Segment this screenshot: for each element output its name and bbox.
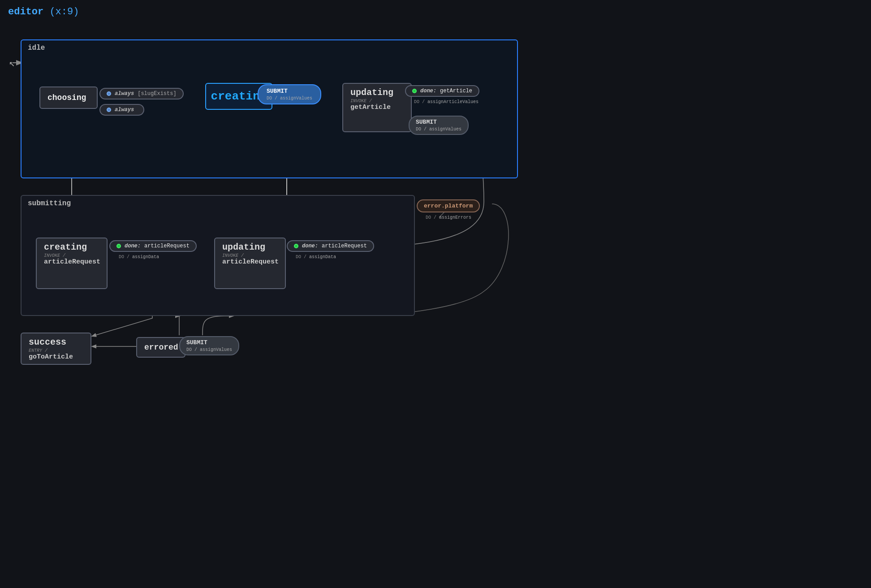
submit-updating-pill[interactable]: SUBMIT DO / assignValues xyxy=(409,116,469,135)
submit-bottom-label: SUBMIT xyxy=(186,339,232,346)
creating-bottom-name: articleRequest xyxy=(44,258,99,266)
creating-bottom-title: creating xyxy=(44,242,87,252)
creating-bottom-node[interactable]: creating INVOKE / articleRequest xyxy=(36,238,108,289)
done-article-creating-node[interactable]: done: articleRequest xyxy=(109,240,197,252)
error-platform-label: error.platform xyxy=(424,203,473,209)
success-title: success xyxy=(29,337,66,347)
submit-updating-sub: DO / assignValues xyxy=(416,127,461,132)
submit-updating-label: SUBMIT xyxy=(416,119,461,125)
updating-top-name: getArticle xyxy=(350,104,404,111)
idle-label: idle xyxy=(28,44,45,52)
done-article-updating-event: articleRequest xyxy=(322,243,367,249)
error-platform-node[interactable]: error.platform xyxy=(417,199,480,212)
app-title: editor xyxy=(8,6,43,17)
done-getarticle-sub: DO / assignArticleValues xyxy=(414,99,479,104)
submit-top-label: SUBMIT xyxy=(267,88,312,95)
success-node[interactable]: success ENTRY / goToArticle xyxy=(21,333,91,365)
done-getarticle-dot xyxy=(412,89,417,93)
updating-bottom-name: articleRequest xyxy=(222,258,278,266)
done-article-updating-node[interactable]: done: articleRequest xyxy=(287,240,374,252)
done-article-updating-dot xyxy=(294,244,298,248)
always1-dot xyxy=(107,91,111,96)
submit-bottom-sub: DO / assignValues xyxy=(186,347,232,352)
done-article-creating-event: articleRequest xyxy=(144,243,190,249)
always1-node[interactable]: always [slugExists] xyxy=(99,88,184,99)
done-article-creating-dot xyxy=(116,244,121,248)
done-article-creating-sub: DO / assignData xyxy=(119,255,159,259)
updating-bottom-invoke: INVOKE / xyxy=(222,253,278,258)
app-count: (x:9) xyxy=(49,6,79,17)
updating-top-title: updating xyxy=(350,87,393,98)
submit-top-pill[interactable]: SUBMIT DO / assignValues xyxy=(258,84,321,104)
updating-bottom-title: updating xyxy=(222,242,265,252)
errored-title: errored xyxy=(144,343,178,352)
submitting-label: submitting xyxy=(28,199,71,208)
errored-node[interactable]: errored xyxy=(136,337,185,358)
always2-dot xyxy=(107,108,111,112)
always2-node[interactable]: always xyxy=(99,104,144,116)
success-name: goToArticle xyxy=(29,353,83,361)
updating-top-invoke: INVOKE / xyxy=(350,99,404,104)
submit-top-sub: DO / assignValues xyxy=(267,96,312,101)
title-bar: editor (x:9) xyxy=(8,6,79,17)
submit-bottom-pill[interactable]: SUBMIT DO / assignValues xyxy=(179,336,239,355)
done-getarticle-node[interactable]: done: getArticle xyxy=(405,85,479,97)
choosing-title: choosing xyxy=(47,93,86,102)
updating-top-node[interactable]: updating INVOKE / getArticle xyxy=(342,83,412,132)
updating-bottom-node[interactable]: updating INVOKE / articleRequest xyxy=(214,238,286,289)
choosing-node[interactable]: choosing xyxy=(39,86,98,109)
done-article-creating-label: done: xyxy=(125,243,141,249)
error-platform-sub: DO / assignErrors xyxy=(426,215,471,220)
always2-text: always xyxy=(115,107,134,113)
initial-indicator: ↖ xyxy=(9,57,15,69)
always1-guard: [slugExists] xyxy=(138,91,176,97)
done-article-updating-sub: DO / assignData xyxy=(296,255,336,259)
done-getarticle-event: getArticle xyxy=(440,88,472,94)
done-getarticle-label: done: xyxy=(420,88,436,94)
success-invoke: ENTRY / xyxy=(29,348,83,353)
creating-bottom-invoke: INVOKE / xyxy=(44,253,99,258)
always1-text: always xyxy=(115,91,134,97)
done-article-updating-label: done: xyxy=(302,243,318,249)
